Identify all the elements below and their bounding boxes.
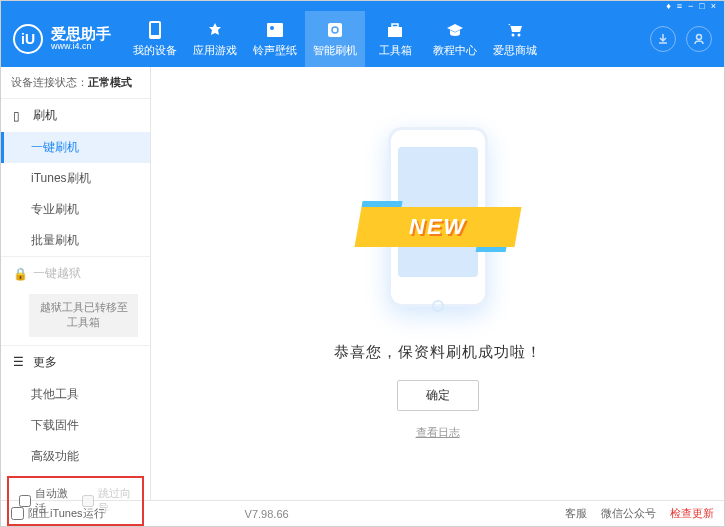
- sidebar-item-oneclick-flash[interactable]: 一键刷机: [1, 132, 150, 163]
- status-value: 正常模式: [88, 76, 132, 88]
- svg-rect-2: [267, 23, 283, 37]
- cart-icon: [505, 20, 525, 40]
- phone-small-icon: ▯: [13, 109, 27, 123]
- jailbreak-moved-banner: 越狱工具已转移至 工具箱: [29, 294, 138, 337]
- device-status: 设备连接状态：正常模式: [1, 67, 150, 99]
- user-button[interactable]: [686, 26, 712, 52]
- group-title: 一键越狱: [33, 265, 81, 282]
- nav-apps-games[interactable]: 应用游戏: [185, 11, 245, 67]
- header: iU 爱思助手 www.i4.cn 我的设备 应用游戏 铃声壁纸 智能刷机 工具…: [1, 11, 724, 67]
- footer-link-support[interactable]: 客服: [565, 506, 587, 521]
- new-ribbon: NEW: [354, 207, 521, 247]
- gift-icon[interactable]: ♦: [666, 1, 671, 11]
- svg-rect-1: [151, 23, 159, 35]
- sidebar-item-batch-flash[interactable]: 批量刷机: [1, 225, 150, 256]
- list-icon: ☰: [13, 355, 27, 369]
- minimize-icon[interactable]: −: [688, 1, 693, 11]
- status-prefix: 设备连接状态：: [11, 76, 88, 88]
- sidebar-item-advanced[interactable]: 高级功能: [1, 441, 150, 472]
- sidebar-group-flash[interactable]: ▯ 刷机: [1, 99, 150, 132]
- nav-label: 铃声壁纸: [253, 43, 297, 58]
- nav-label: 爱思商城: [493, 43, 537, 58]
- toolbox-icon: [385, 20, 405, 40]
- app-url: www.i4.cn: [51, 42, 111, 52]
- sidebar-item-download-firmware[interactable]: 下载固件: [1, 410, 150, 441]
- nav-label: 工具箱: [379, 43, 412, 58]
- sidebar-item-other-tools[interactable]: 其他工具: [1, 379, 150, 410]
- svg-point-9: [697, 35, 702, 40]
- sidebar-group-jailbreak[interactable]: 🔒 一键越狱: [1, 257, 150, 290]
- top-nav: 我的设备 应用游戏 铃声壁纸 智能刷机 工具箱 教程中心 爱思商城: [125, 11, 545, 67]
- refresh-icon: [325, 20, 345, 40]
- menu-icon[interactable]: ≡: [677, 1, 682, 11]
- svg-rect-5: [388, 27, 402, 37]
- nav-store[interactable]: 爱思商城: [485, 11, 545, 67]
- svg-point-3: [270, 26, 274, 30]
- nav-toolbox[interactable]: 工具箱: [365, 11, 425, 67]
- sidebar-item-pro-flash[interactable]: 专业刷机: [1, 194, 150, 225]
- version-label: V7.98.66: [245, 508, 289, 520]
- nav-my-device[interactable]: 我的设备: [125, 11, 185, 67]
- group-title: 更多: [33, 354, 57, 371]
- svg-point-8: [518, 34, 521, 37]
- logo: iU 爱思助手 www.i4.cn: [13, 24, 111, 54]
- nav-tutorials[interactable]: 教程中心: [425, 11, 485, 67]
- block-itunes-checkbox[interactable]: 阻止iTunes运行: [11, 506, 105, 521]
- sidebar-item-itunes-flash[interactable]: iTunes刷机: [1, 163, 150, 194]
- sidebar: 设备连接状态：正常模式 ▯ 刷机 一键刷机 iTunes刷机 专业刷机 批量刷机…: [1, 67, 151, 500]
- window-titlebar: ♦ ≡ − □ ×: [1, 1, 724, 11]
- graduation-icon: [445, 20, 465, 40]
- success-message: 恭喜您，保资料刷机成功啦！: [334, 343, 542, 362]
- lock-icon: 🔒: [13, 267, 27, 281]
- maximize-icon[interactable]: □: [699, 1, 704, 11]
- group-title: 刷机: [33, 107, 57, 124]
- phone-icon: [145, 20, 165, 40]
- new-badge-text: NEW: [409, 214, 466, 240]
- app-title: 爱思助手: [51, 26, 111, 43]
- footer-link-wechat[interactable]: 微信公众号: [601, 506, 656, 521]
- close-icon[interactable]: ×: [711, 1, 716, 11]
- svg-rect-4: [328, 23, 342, 37]
- nav-label: 教程中心: [433, 43, 477, 58]
- checkbox-label: 阻止iTunes运行: [28, 506, 105, 521]
- svg-point-7: [512, 34, 515, 37]
- nav-label: 我的设备: [133, 43, 177, 58]
- nav-label: 智能刷机: [313, 43, 357, 58]
- nav-label: 应用游戏: [193, 43, 237, 58]
- view-log-link[interactable]: 查看日志: [416, 425, 460, 440]
- download-button[interactable]: [650, 26, 676, 52]
- sidebar-group-more[interactable]: ☰ 更多: [1, 346, 150, 379]
- ok-button[interactable]: 确定: [397, 380, 479, 411]
- content-area: NEW 恭喜您，保资料刷机成功啦！ 确定 查看日志: [151, 67, 724, 500]
- phone-illustration: NEW: [378, 127, 498, 327]
- nav-ringtones-wallpapers[interactable]: 铃声壁纸: [245, 11, 305, 67]
- footer-link-update[interactable]: 检查更新: [670, 506, 714, 521]
- nav-smart-flash[interactable]: 智能刷机: [305, 11, 365, 67]
- image-icon: [265, 20, 285, 40]
- logo-monogram-icon: iU: [13, 24, 43, 54]
- apps-icon: [205, 20, 225, 40]
- svg-rect-6: [392, 24, 398, 27]
